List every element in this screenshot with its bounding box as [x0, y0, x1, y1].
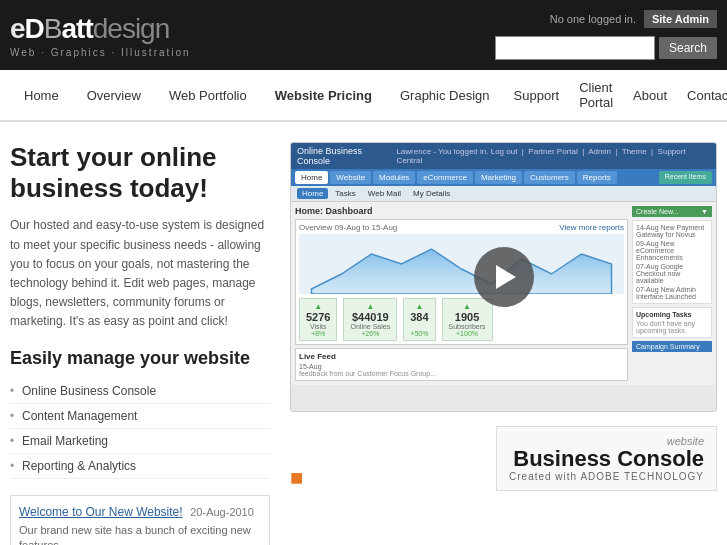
- dashboard-mockup[interactable]: Online Business Console Lawrence - You l…: [290, 142, 717, 412]
- logo-area: eDBattdesign Web · Graphics · Illustrati…: [10, 13, 191, 58]
- site-admin-button[interactable]: Site Admin: [644, 10, 717, 28]
- feature-item: Email Marketing: [10, 429, 270, 454]
- nav-support[interactable]: Support: [504, 78, 570, 113]
- db-stat-other-label: [410, 323, 428, 330]
- news-box: Welcome to Our New Website! 20-Aug-2010 …: [10, 495, 270, 546]
- header-top: eDBattdesign Web · Graphics · Illustrati…: [0, 0, 727, 70]
- db-recent-items: 14-Aug New Payment Gateway for Novus 09-…: [632, 220, 712, 304]
- hero-title: Start your online business today!: [10, 142, 270, 204]
- play-button[interactable]: [474, 247, 534, 307]
- db-header-right: Lawrence - You logged in. Log out | Part…: [396, 147, 710, 165]
- db-stats-row: ▲ 5276 Visits +8% ▲ $44019 Online Sales: [299, 298, 624, 341]
- db-stat-sales-arrow: ▲: [350, 302, 390, 311]
- db-title-text: Online Business Console: [297, 146, 396, 166]
- db-nav-modules[interactable]: Modules: [373, 171, 415, 184]
- db-stat-sales-label: Online Sales: [350, 323, 390, 330]
- main-nav: Home Overview Web Portfolio Website Pric…: [0, 70, 727, 122]
- db-right-panel: Create New... ▼ 14-Aug New Payment Gatew…: [632, 206, 712, 381]
- db-recent-07aug: 07-Aug Google Checkout now available: [636, 263, 708, 284]
- db-stat-sales-value: $44019: [350, 311, 390, 323]
- db-stat-other-arrow: ▲: [410, 302, 428, 311]
- db-left-panel: Home: Dashboard Overview 09-Aug to 15-Au…: [295, 206, 628, 381]
- db-stat-up-arrow: ▲: [306, 302, 330, 311]
- nav-about[interactable]: About: [623, 78, 677, 113]
- db-stat-visits-label: Visits: [306, 323, 330, 330]
- db-chart: [299, 234, 624, 294]
- db-tasks-title: Upcoming Tasks: [636, 311, 708, 318]
- logo-att: att: [62, 13, 93, 44]
- nav-website-pricing[interactable]: Website Pricing: [261, 78, 386, 113]
- db-dashboard-title: Home: Dashboard: [295, 206, 628, 216]
- db-stat-subscribers: ▲ 1905 Subscribers +100%: [442, 298, 493, 341]
- db-header-bar: Online Business Console Lawrence - You l…: [291, 143, 716, 169]
- db-nav-reports[interactable]: Reports: [577, 171, 617, 184]
- db-stat-sub-arrow: ▲: [449, 302, 486, 311]
- nav-home[interactable]: Home: [10, 78, 73, 113]
- nav-client-portal[interactable]: Client Portal: [569, 70, 623, 120]
- header-right: No one logged in. Site Admin Search: [495, 10, 717, 60]
- db-nav-marketing[interactable]: Marketing: [475, 171, 522, 184]
- play-icon: [496, 265, 516, 289]
- db-nav-home[interactable]: Home: [295, 171, 328, 184]
- logo-db: D: [25, 13, 44, 44]
- left-column: Start your online business today! Our ho…: [10, 142, 270, 545]
- main-content: Start your online business today! Our ho…: [0, 122, 727, 545]
- db-stat-sub-label: Subscribers: [449, 323, 486, 330]
- db-overview-box: Overview 09-Aug to 15-Aug View more repo…: [295, 219, 628, 345]
- search-button[interactable]: Search: [659, 37, 717, 59]
- db-sub-tasks[interactable]: Tasks: [330, 188, 360, 199]
- news-text: Our brand new site has a bunch of exciti…: [19, 523, 261, 546]
- db-overview-header: Overview 09-Aug to 15-Aug View more repo…: [299, 223, 624, 232]
- db-create-arrow: ▼: [701, 208, 708, 215]
- nav-right: Support Client Portal About Contact: [504, 70, 727, 120]
- rss-icon[interactable]: ■: [290, 465, 303, 491]
- nav-web-portfolio[interactable]: Web Portfolio: [155, 78, 261, 113]
- feature-item: Online Business Console: [10, 379, 270, 404]
- svg-marker-0: [312, 249, 612, 294]
- db-tasks-empty: You don't have any upcoming tasks.: [636, 320, 708, 334]
- nav-overview[interactable]: Overview: [73, 78, 155, 113]
- db-stat-sub-value: 1905: [449, 311, 486, 323]
- manage-title: Easily manage your website: [10, 348, 270, 369]
- bottom-row: ■ website Business Console Created with …: [290, 422, 717, 495]
- nav-contact[interactable]: Contact: [677, 78, 727, 113]
- news-date: 20-Aug-2010: [190, 506, 254, 518]
- db-stat-sales-change: +26%: [350, 330, 390, 337]
- logged-in-text: No one logged in.: [550, 13, 636, 25]
- db-live-feed-date: 15-Aug: [299, 363, 624, 370]
- db-create-new[interactable]: Create New... ▼: [632, 206, 712, 217]
- biz-console-sub: Created with ADOBE TECHNOLOGY: [509, 471, 704, 482]
- db-chart-svg: [299, 234, 624, 294]
- header: eDBattdesign Web · Graphics · Illustrati…: [0, 0, 727, 70]
- hero-description: Our hosted and easy-to-use system is des…: [10, 216, 270, 331]
- logo[interactable]: eDBattdesign: [10, 13, 191, 45]
- db-stat-visits-value: 5276: [306, 311, 330, 323]
- db-sub-webmail[interactable]: Web Mail: [363, 188, 406, 199]
- news-link[interactable]: Welcome to Our New Website!: [19, 505, 183, 519]
- db-view-reports[interactable]: View more reports: [559, 223, 624, 232]
- db-nav-customers[interactable]: Customers: [524, 171, 575, 184]
- db-nav-website[interactable]: Website: [330, 171, 371, 184]
- logo-b: B: [44, 13, 62, 44]
- logo-tagline: Web · Graphics · Illustration: [10, 47, 191, 58]
- db-nav-recent[interactable]: Recent Items: [659, 171, 712, 184]
- db-recent-14aug: 14-Aug New Payment Gateway for Novus: [636, 224, 708, 238]
- db-campaign-summary[interactable]: Campaign Summary: [632, 341, 712, 352]
- db-stat-other-change: +50%: [410, 330, 428, 337]
- nav-graphic-design[interactable]: Graphic Design: [386, 78, 504, 113]
- search-area: Search: [495, 36, 717, 60]
- db-sub-mydetails[interactable]: My Details: [408, 188, 455, 199]
- db-stat-other-value: 384: [410, 311, 428, 323]
- db-stat-visits: ▲ 5276 Visits +8%: [299, 298, 337, 341]
- db-live-feed-content: feedback from our Customer Focus Group..…: [299, 370, 624, 377]
- db-sub-home[interactable]: Home: [297, 188, 328, 199]
- search-input[interactable]: [495, 36, 655, 60]
- logo-e: e: [10, 13, 25, 44]
- db-overview-label: Overview 09-Aug to 15-Aug: [299, 223, 397, 232]
- feature-list: Online Business Console Content Manageme…: [10, 379, 270, 479]
- db-create-label: Create New...: [636, 208, 678, 215]
- db-stat-sales: ▲ $44019 Online Sales +26%: [343, 298, 397, 341]
- feature-item: Content Management: [10, 404, 270, 429]
- db-nav-ecommerce[interactable]: eCommerce: [417, 171, 473, 184]
- db-recent-09aug: 09-Aug New eCommerce Enhancements: [636, 240, 708, 261]
